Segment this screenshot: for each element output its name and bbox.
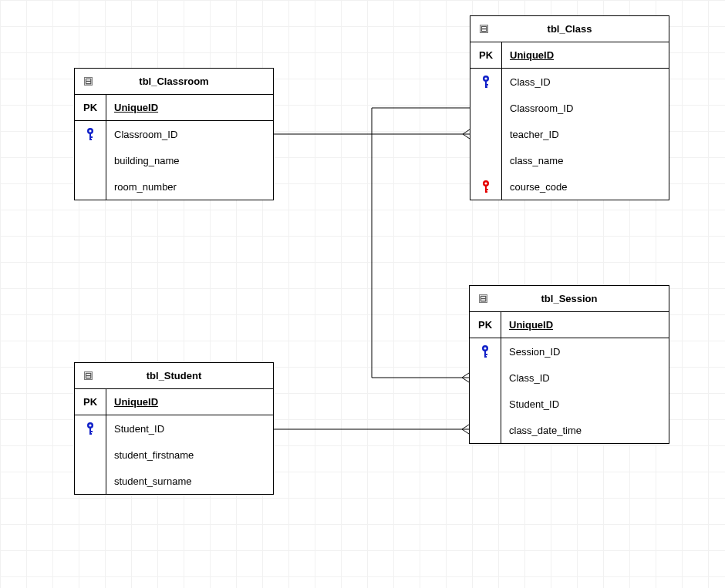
field: room_number [106,173,273,200]
svg-rect-27 [484,356,487,358]
pk-label: PK [75,95,106,120]
pk-row: PK UniqueID [75,389,273,415]
svg-rect-17 [485,86,487,88]
field: class_name [502,147,669,173]
field: Session_ID [501,338,669,365]
entity-title-row: ⊟ tbl_Student [75,363,273,389]
entity-student[interactable]: ⊟ tbl_Student PK UniqueID [74,362,274,495]
svg-rect-21 [485,189,488,190]
key-icon-slot [85,415,96,442]
pk-row: PK UniqueID [470,312,669,338]
collapse-toggle[interactable]: ⊟ [75,371,101,380]
field: Student_ID [501,391,669,417]
entity-title: tbl_Student [101,370,273,381]
entity-title: tbl_Classroom [101,76,273,87]
field: Class_ID [501,365,669,391]
field: class_date_time [501,417,669,443]
minus-icon: ⊟ [84,371,93,380]
key-icon-slot [481,173,491,200]
svg-rect-26 [484,354,487,355]
field: Student_ID [106,415,273,442]
key-icon-blue [480,344,491,358]
svg-rect-31 [89,431,93,432]
pk-field: UniqueID [501,312,669,338]
pk-field: UniqueID [502,42,669,68]
field: course_code [502,173,669,200]
pk-label: PK [75,389,106,415]
pk-label: PK [470,42,502,68]
entity-title-row: ⊟ tbl_Session [470,286,669,312]
svg-point-19 [484,182,487,184]
entity-title: tbl_Session [496,293,669,304]
svg-rect-22 [485,191,487,193]
key-icon-blue [85,422,96,435]
collapse-toggle[interactable]: ⊟ [75,77,101,86]
entity-title-row: ⊟ tbl_Classroom [75,69,273,95]
svg-point-24 [484,347,486,349]
minus-icon: ⊟ [480,25,488,33]
svg-rect-32 [89,433,92,435]
minus-icon: ⊟ [84,77,93,86]
svg-rect-11 [89,136,93,138]
collapse-toggle[interactable]: ⊟ [470,25,497,33]
pk-field: UniqueID [106,389,273,415]
entity-class[interactable]: ⊟ tbl_Class PK UniqueID [470,15,669,200]
field: Classroom_ID [106,121,273,147]
svg-point-9 [89,129,91,132]
pk-row: PK UniqueID [470,42,669,69]
entity-classroom[interactable]: ⊟ tbl_Classroom PK UniqueID [74,68,274,200]
key-icon-slot [481,69,491,95]
field: student_surname [106,468,273,494]
entity-title: tbl_Class [497,23,669,35]
field: Class_ID [502,69,669,95]
svg-point-14 [484,77,487,79]
key-icon-slot [85,121,96,147]
svg-point-29 [89,424,91,426]
key-icon-blue [85,127,96,141]
key-icon-blue [481,75,491,89]
field: student_firstname [106,442,273,468]
key-icon-red [481,180,491,193]
key-icon-slot [480,338,491,365]
field: building_name [106,147,273,173]
entity-session[interactable]: ⊟ tbl_Session PK UniqueID [469,285,669,444]
collapse-toggle[interactable]: ⊟ [470,294,496,303]
field: Classroom_ID [502,95,669,121]
pk-row: PK UniqueID [75,95,273,121]
svg-rect-16 [485,84,488,86]
minus-icon: ⊟ [479,294,487,303]
pk-label: PK [470,312,501,338]
field: teacher_ID [502,121,669,147]
pk-field: UniqueID [106,95,273,120]
entity-title-row: ⊟ tbl_Class [470,16,669,42]
svg-rect-12 [89,139,92,140]
